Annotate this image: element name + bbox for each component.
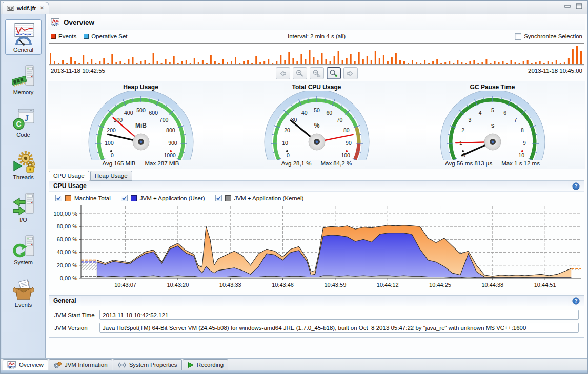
sidebar-item-code[interactable]: JCCode [5,105,42,140]
svg-text:20: 20 [284,127,290,133]
sidebar-item-system[interactable]: System [5,232,42,267]
series-toggle-machine-total[interactable]: Machine Total [55,195,111,201]
detail-tabs: CPU UsageHeap Usage [49,170,584,181]
svg-text:?: ? [574,298,577,304]
gauge-total-cpu-usage: Total CPU Usage 0102030405060708090100%A… [230,82,404,167]
series-color-swatch [65,195,71,201]
svg-text:C: C [16,120,21,128]
page-header: Overview [48,14,585,30]
sidebar-item-general[interactable]: General [5,19,42,55]
zoom-in-button[interactable] [327,67,341,79]
svg-text:10:44:38: 10:44:38 [481,282,503,288]
minimize-icon[interactable] [564,4,571,9]
tab-heap-usage[interactable]: Heap Usage [90,171,132,181]
legend-swatch [84,34,89,39]
bottom-tab-overview[interactable]: Overview [3,359,48,370]
maximize-icon[interactable] [576,3,582,9]
svg-text:50: 50 [314,107,320,113]
series-checkbox[interactable] [215,195,222,201]
svg-text:10: 10 [282,140,288,146]
svg-text:9: 9 [523,140,526,146]
legend-label: Events [58,33,76,39]
legend-label: Operative Set [91,33,127,39]
zoom-in-icon [329,69,338,78]
gauge-title: GC Pause Time [470,84,515,91]
bottom-tab-recording[interactable]: Recording [183,359,228,370]
legend-swatch [51,34,56,39]
timeline-end-time: 2013-11-18 10:45:00 [528,68,582,74]
zoom-out-icon [295,69,304,78]
help-icon[interactable]: ? [572,297,580,305]
svg-text:4: 4 [478,110,481,116]
sidebar-item-label: I/O [19,217,27,223]
jvm-start-time-field[interactable] [99,310,579,320]
gauge-max-value: Max 287 MiB [145,160,179,167]
overview-page: Overview EventsOperative Set Interval: 2… [46,14,587,358]
svg-text:600: 600 [149,110,158,116]
sidebar-item-memory[interactable]: Memory [5,62,42,97]
range-legend-events: Events [51,33,76,39]
svg-text:10: 10 [518,152,524,158]
jvm-version-label: JVM Version [54,325,99,331]
sidebar-item-threads[interactable]: Threads [5,147,42,182]
gauge-max-value: Max 84,2 % [320,160,352,167]
code-icon: JC [12,107,35,131]
synchronize-selection[interactable]: Synchronize Selection [515,33,582,40]
arrow-right-icon [346,69,355,78]
range-legend-operative-set: Operative Set [84,33,127,39]
series-checkbox[interactable] [121,195,128,201]
series-checkbox[interactable] [55,195,62,201]
bottom-tab-label: JVM Information [65,362,108,368]
arrow-left-icon [278,69,287,78]
jvm-version-field[interactable] [99,323,579,333]
series-toggle-jvm-application-kernel[interactable]: JVM + Application (Kernel) [215,195,304,201]
svg-text:500: 500 [136,107,146,113]
cpu-chart-legend: Machine TotalJVM + Application (User)JVM… [49,192,584,202]
svg-text:8: 8 [520,127,523,133]
series-label: Machine Total [74,195,111,201]
svg-text:0,00 %: 0,00 % [60,275,77,281]
zoom-out-button[interactable] [293,67,307,79]
zoom-fit-button[interactable] [310,67,324,79]
svg-text:400: 400 [124,110,133,116]
gears-icon [53,361,62,369]
gauge-heap-usage: Heap Usage 01002003004005006007008009001… [54,82,228,167]
general-section-title: General [53,297,76,304]
event-timeline[interactable] [49,43,584,66]
sidebar-item-events[interactable]: Events [5,275,42,310]
synchronize-selection-checkbox[interactable] [515,33,521,40]
arrow-left-button[interactable] [276,67,290,79]
svg-text:?: ? [574,183,577,189]
svg-text:10:44:51: 10:44:51 [534,282,556,288]
svg-text:7: 7 [514,117,517,123]
gauges-row: Heap Usage 01002003004005006007008009001… [48,81,585,169]
bottom-tab-jvm-information[interactable]: JVM Information [49,359,112,370]
tab-close-icon[interactable]: ✕ [40,5,44,11]
svg-text:1000: 1000 [164,152,176,158]
sidebar-item-label: System [14,259,33,265]
help-icon[interactable]: ? [572,182,580,190]
jvm-start-time-row: JVM Start Time [54,310,579,320]
svg-text:20,00 %: 20,00 % [57,262,78,268]
series-color-swatch [225,195,231,201]
bottom-tab-system-properties[interactable]: System Properties [113,359,182,370]
svg-text:100: 100 [341,152,350,158]
cpu-usage-chart[interactable]: 0,00 %20,00 %40,00 %60,00 %80,00 %100,00… [49,202,584,293]
svg-text:J: J [24,113,29,123]
svg-text:5: 5 [491,107,494,113]
svg-text:10:44:12: 10:44:12 [377,282,399,288]
gauge-avg-value: Avg 28,1 % [281,160,312,167]
series-label: JVM + Application (User) [140,195,205,201]
tab-cpu-usage[interactable]: CPU Usage [49,171,89,181]
svg-text:80: 80 [343,127,350,133]
gauge-avg-value: Avg 165 MiB [102,160,135,167]
gauge-unit-label: % [314,122,319,129]
gauge-avg-value: Avg 56 ms 813 µs [445,160,492,167]
sidebar-item-io[interactable]: I/O [5,190,42,225]
arrow-right-button[interactable] [343,67,358,79]
general-icon [12,22,35,46]
jvm-version-row: JVM Version [54,323,579,333]
editor-tab-wldf[interactable]: wldf.jfr ✕ [3,2,49,14]
series-label: JVM + Application (Kernel) [234,195,304,201]
series-toggle-jvm-application-user[interactable]: JVM + Application (User) [121,195,205,201]
